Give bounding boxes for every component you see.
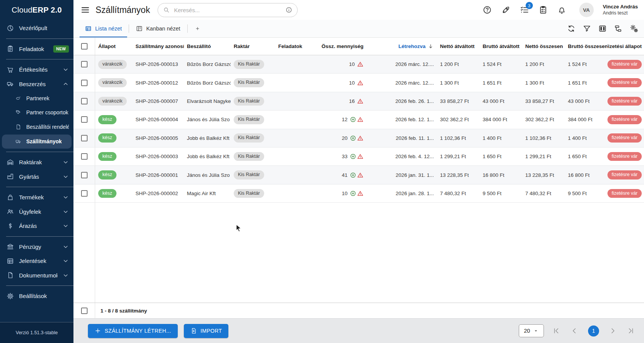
search-box[interactable] bbox=[158, 3, 298, 17]
sidebar-item-termekek[interactable]: Termékek bbox=[0, 190, 73, 205]
rocket-icon[interactable] bbox=[501, 5, 510, 14]
table-row[interactable]: készSHP-2026-000003Jobb és Balkéz KftKis… bbox=[73, 147, 644, 166]
tab-separator bbox=[187, 24, 188, 33]
table-row[interactable]: várakozikSHP-2026-000012Bűzös Borz Gázsz… bbox=[73, 74, 644, 92]
sidebar-item-beszallitoi-rendelesek[interactable]: Beszállítói rendelé... bbox=[0, 120, 73, 134]
table-row[interactable]: várakozikSHP-2026-000007Elvarázsolt Nagy… bbox=[73, 92, 644, 111]
user-menu[interactable]: Vincze András Andris teszt bbox=[603, 4, 640, 16]
hamburger-menu-icon[interactable] bbox=[80, 5, 90, 15]
table-body: várakozikSHP-2026-000013Bűzös Borz Gázsz… bbox=[73, 55, 644, 203]
current-page[interactable]: 1 bbox=[588, 325, 599, 337]
sidebar-item-partnerek[interactable]: Partnerek bbox=[0, 91, 73, 106]
avatar[interactable]: VA bbox=[579, 3, 594, 17]
sidebar-item-ertekesites[interactable]: Értékesítés bbox=[0, 63, 73, 77]
row-checkbox[interactable] bbox=[81, 172, 88, 178]
footer-select-all-checkbox[interactable] bbox=[81, 308, 88, 314]
sidebar-item-label: Raktárak bbox=[19, 159, 42, 165]
import-button[interactable]: IMPORT bbox=[184, 324, 229, 338]
sidebar-item-gyartas[interactable]: Gyártás bbox=[0, 170, 73, 184]
sidebar-item-feladatok[interactable]: FeladatokNEW bbox=[0, 42, 73, 56]
cell-warehouse: Kis Raktár bbox=[231, 152, 275, 161]
column-header-shipment-id[interactable]: Szállítmány azonosító bbox=[132, 43, 184, 49]
column-header-tasks[interactable]: Feladatok bbox=[275, 43, 321, 49]
status-badge: várakozik bbox=[98, 97, 127, 106]
cell-warehouse: Kis Raktár bbox=[231, 170, 275, 180]
create-shipment-label: SZÁLLÍTMÁNY LÉTREH... bbox=[105, 328, 171, 334]
reports-icon bbox=[6, 257, 14, 265]
column-header-supplier[interactable]: Beszállító bbox=[184, 43, 231, 49]
warehouse-badge: Kis Raktár bbox=[234, 115, 264, 124]
status-badge: kész bbox=[98, 152, 116, 161]
column-header-warehouse[interactable]: Raktár bbox=[231, 43, 275, 49]
sidebar-item-arazas[interactable]: Árazás bbox=[0, 219, 73, 233]
table-row[interactable]: várakozikSHP-2026-000013Bűzös Borz Gázsz… bbox=[73, 55, 644, 74]
sidebar-item-jelentesek[interactable]: Jelentések bbox=[0, 254, 73, 268]
payment-status-badge: fizetésre vár bbox=[607, 152, 642, 161]
sidebar-item-label: Beállítások bbox=[19, 293, 47, 299]
row-checkbox[interactable] bbox=[81, 135, 88, 141]
column-header-gross-converted[interactable]: Bruttó átváltott bbox=[480, 43, 522, 49]
refresh-icon[interactable] bbox=[567, 24, 575, 33]
search-input[interactable] bbox=[173, 6, 282, 14]
prev-page-button[interactable] bbox=[571, 327, 578, 335]
clipboard-icon[interactable] bbox=[539, 5, 548, 14]
cell-net-total: 1 299,21 Ft bbox=[522, 154, 565, 159]
cell-shipment-id: SHP-2026-000002 bbox=[132, 191, 184, 196]
group-by-icon[interactable] bbox=[614, 24, 622, 33]
cell-payment-status: fizetésre vár bbox=[607, 170, 644, 180]
table-row[interactable]: készSHP-2026-000001János és Júlia SzoKis… bbox=[73, 166, 644, 184]
select-all-checkbox[interactable] bbox=[81, 43, 88, 50]
table-row[interactable]: készSHP-2026-000005Jobb és Balkéz KftKis… bbox=[73, 129, 644, 147]
columns-icon[interactable] bbox=[598, 24, 607, 33]
cell-gross-total: 1 524 Ft bbox=[565, 61, 607, 67]
filter-icon[interactable] bbox=[583, 24, 591, 33]
page-size-select[interactable]: 20 bbox=[519, 324, 544, 337]
row-checkbox[interactable] bbox=[81, 190, 88, 197]
create-shipment-button[interactable]: SZÁLLÍTMÁNY LÉTREH... bbox=[88, 324, 178, 338]
table-row[interactable]: készSHP-2026-000002Magic Air KftKis Rakt… bbox=[73, 184, 644, 203]
table-row[interactable]: készSHP-2026-000004János és Júlia SzoKis… bbox=[73, 111, 644, 129]
column-header-quantity[interactable]: Össz. mennyiség bbox=[321, 43, 367, 49]
checklist-icon[interactable]: 3 bbox=[520, 5, 529, 14]
sidebar-item-beallitasok[interactable]: Beállítások bbox=[0, 289, 73, 303]
cell-net-converted: 1 200 Ft bbox=[437, 61, 480, 67]
info-icon[interactable] bbox=[285, 6, 292, 13]
column-header-net-converted[interactable]: Nettó átváltott bbox=[437, 43, 480, 49]
next-page-button[interactable] bbox=[609, 327, 617, 335]
quantity-value: 10 bbox=[349, 80, 355, 86]
column-header-gross-total[interactable]: Bruttó összesen bbox=[565, 43, 607, 49]
bell-icon[interactable] bbox=[557, 5, 566, 14]
add-view-button[interactable] bbox=[193, 24, 202, 33]
sidebar-item-vezerlopult[interactable]: Vezérlőpult bbox=[0, 21, 73, 35]
column-header-status[interactable]: Állapot bbox=[95, 43, 132, 49]
last-page-button[interactable] bbox=[627, 327, 635, 335]
sidebar-item-raktarak[interactable]: Raktárak bbox=[0, 155, 73, 170]
tab-kanban-view[interactable]: Kanban nézet bbox=[131, 20, 186, 37]
chevron-down-icon bbox=[62, 258, 69, 264]
table-settings-icon[interactable] bbox=[630, 24, 639, 33]
sidebar-divider bbox=[6, 187, 73, 187]
quantity-value: 12 bbox=[342, 117, 348, 122]
sidebar-item-ugyfelek[interactable]: Ügyfelek bbox=[0, 205, 73, 219]
sidebar-item-penzugy[interactable]: Pénzügy bbox=[0, 240, 73, 254]
sidebar-item-partner-csoportok[interactable]: Partner csoportok bbox=[0, 106, 73, 120]
help-icon[interactable] bbox=[483, 5, 492, 14]
column-header-label: Szállítmány azonosító bbox=[135, 43, 184, 49]
column-header-net-total[interactable]: Nettó összesen bbox=[522, 43, 565, 49]
sidebar-item-dokumentumok[interactable]: Dokumentumok bbox=[0, 268, 73, 283]
plus-circle-icon bbox=[350, 190, 356, 197]
row-checkbox[interactable] bbox=[81, 80, 88, 86]
sidebar-item-szallitmanyok[interactable]: Szállítmányok bbox=[2, 135, 72, 149]
row-checkbox[interactable] bbox=[81, 61, 88, 67]
first-page-button[interactable] bbox=[552, 327, 560, 335]
row-checkbox[interactable] bbox=[81, 116, 88, 123]
status-badge: kész bbox=[98, 170, 116, 180]
row-checkbox[interactable] bbox=[81, 98, 88, 104]
warning-icon bbox=[357, 116, 363, 123]
tab-list-view[interactable]: Lista nézet bbox=[80, 20, 127, 37]
sidebar-item-beszerzes[interactable]: Beszerzés bbox=[0, 77, 73, 91]
row-checkbox[interactable] bbox=[81, 153, 88, 160]
column-header-payment-status[interactable]: Fizetési állapot bbox=[607, 43, 644, 49]
cell-quantity: 41 bbox=[321, 172, 367, 178]
column-header-created[interactable]: Létrehozva bbox=[367, 43, 437, 50]
